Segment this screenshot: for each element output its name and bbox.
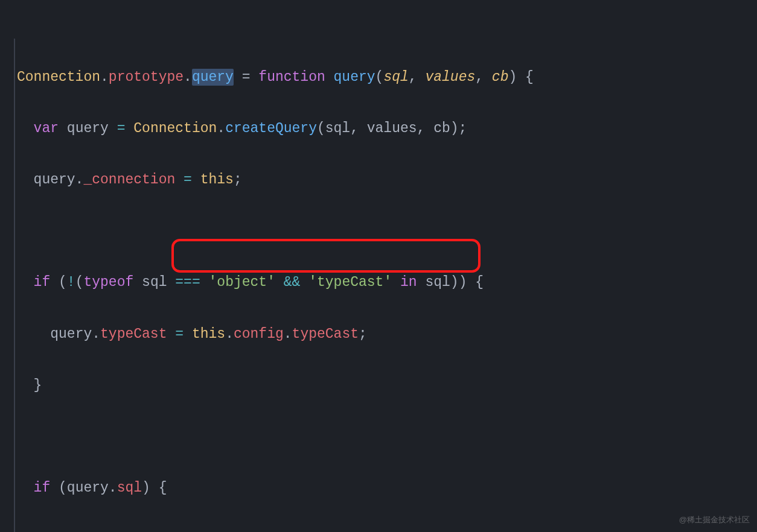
code-line-2: var query = Connection.createQuery(sql, … <box>17 116 757 142</box>
code-line-8 <box>17 424 757 450</box>
code-line-3: query._connection = this; <box>17 167 757 193</box>
code-line-1: Connection.prototype.query = function qu… <box>17 65 757 90</box>
code-line-10: query.sql = this.format(query.sql, query… <box>17 527 757 532</box>
code-line-9: if (query.sql) { <box>17 475 757 501</box>
code-line-4 <box>17 218 757 244</box>
watermark-text: @稀土掘金技术社区 <box>679 513 750 527</box>
code-line-6: query.typeCast = this.config.typeCast; <box>17 321 757 347</box>
code-line-5: if (!(typeof sql === 'object' && 'typeCa… <box>17 270 757 296</box>
code-line-7: } <box>17 373 757 399</box>
code-block: Connection.prototype.query = function qu… <box>17 13 757 532</box>
collapse-guide <box>14 39 15 532</box>
